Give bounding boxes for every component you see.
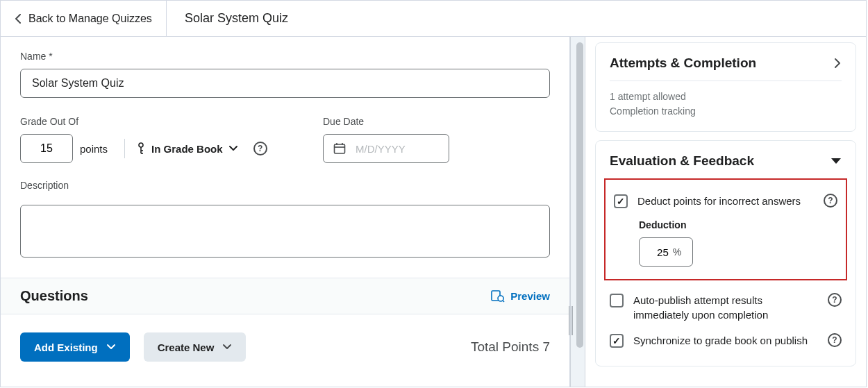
name-input[interactable] bbox=[20, 69, 550, 98]
help-icon[interactable]: ? bbox=[253, 142, 267, 155]
help-icon[interactable]: ? bbox=[828, 293, 842, 307]
pane-resize-gutter[interactable] bbox=[570, 37, 585, 387]
due-date-input[interactable] bbox=[323, 134, 449, 163]
description-label: Description bbox=[20, 180, 550, 191]
deduct-label: Deduct points for incorrect answers bbox=[637, 194, 814, 208]
chevron-left-icon bbox=[15, 14, 22, 24]
name-label: Name * bbox=[20, 51, 550, 62]
points-input[interactable] bbox=[20, 134, 73, 163]
chevron-down-icon bbox=[222, 344, 232, 351]
deduction-heading: Deduction bbox=[639, 219, 837, 230]
chevron-down-icon bbox=[228, 145, 238, 152]
divider bbox=[124, 139, 125, 158]
calendar-icon bbox=[333, 142, 346, 155]
sync-gradebook-checkbox[interactable] bbox=[610, 334, 624, 348]
back-to-manage-quizzes[interactable]: Back to Manage Quizzes bbox=[1, 1, 167, 36]
points-unit: points bbox=[80, 143, 108, 155]
total-points: Total Points 7 bbox=[471, 339, 550, 355]
percent-label: % bbox=[673, 246, 681, 258]
chevron-right-icon bbox=[833, 57, 842, 69]
scrollbar-thumb[interactable] bbox=[576, 42, 583, 348]
sync-gradebook-label: Synchronize to grade book on publish bbox=[633, 333, 818, 348]
create-new-button[interactable]: Create New bbox=[144, 332, 247, 362]
attempts-line1: 1 attempt allowed bbox=[610, 90, 842, 104]
svg-point-0 bbox=[139, 143, 143, 147]
help-icon[interactable]: ? bbox=[824, 194, 837, 208]
add-existing-button[interactable]: Add Existing bbox=[20, 332, 130, 362]
chevron-down-icon bbox=[106, 344, 116, 351]
due-date-label: Due Date bbox=[323, 116, 449, 127]
attempts-panel-toggle[interactable]: Attempts & Completion bbox=[610, 56, 842, 71]
preview-button[interactable]: Preview bbox=[491, 290, 550, 303]
deduct-highlight: Deduct points for incorrect answers ? De… bbox=[604, 178, 847, 280]
attempts-title: Attempts & Completion bbox=[610, 56, 756, 71]
help-icon[interactable]: ? bbox=[828, 333, 842, 347]
caret-down-icon bbox=[831, 157, 842, 165]
preview-icon bbox=[491, 290, 505, 303]
key-icon bbox=[136, 142, 146, 155]
gradebook-dropdown[interactable]: In Grade Book bbox=[136, 142, 238, 155]
deduction-input-wrap[interactable]: % bbox=[639, 237, 693, 267]
eval-panel-toggle[interactable]: Evaluation & Feedback bbox=[610, 153, 842, 169]
svg-line-10 bbox=[503, 301, 504, 302]
resize-handle[interactable] bbox=[569, 306, 573, 335]
divider bbox=[610, 81, 842, 81]
eval-title: Evaluation & Feedback bbox=[610, 153, 754, 169]
attempts-line2: Completion tracking bbox=[610, 104, 842, 119]
grade-label: Grade Out Of bbox=[20, 116, 270, 127]
autopublish-label: Auto-publish attempt results immediately… bbox=[633, 293, 818, 322]
deduction-input[interactable] bbox=[651, 246, 670, 259]
create-new-label: Create New bbox=[158, 341, 215, 353]
description-input[interactable] bbox=[20, 205, 550, 258]
due-date-field[interactable] bbox=[354, 142, 439, 155]
questions-heading: Questions bbox=[20, 288, 88, 304]
page-title: Solar System Quiz bbox=[167, 1, 288, 36]
autopublish-checkbox[interactable] bbox=[610, 294, 624, 307]
preview-label: Preview bbox=[510, 290, 550, 302]
svg-rect-4 bbox=[335, 144, 345, 153]
add-existing-label: Add Existing bbox=[34, 341, 98, 353]
back-label: Back to Manage Quizzes bbox=[28, 12, 152, 25]
gradebook-label: In Grade Book bbox=[151, 143, 223, 155]
svg-point-9 bbox=[498, 296, 503, 301]
deduct-checkbox[interactable] bbox=[614, 194, 628, 208]
